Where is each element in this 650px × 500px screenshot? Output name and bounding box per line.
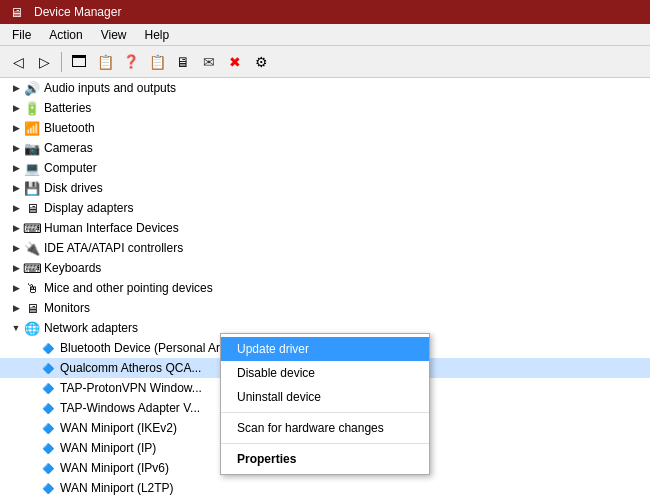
toolbar-divider-1 (61, 52, 62, 72)
tree-item-audio[interactable]: 🔊Audio inputs and outputs (0, 78, 650, 98)
icon-bluetooth: 📶 (24, 120, 40, 136)
toolbar: ◁ ▷ 🗖 📋 ❓ 📋 🖥 ✉ ✖ ⚙ (0, 46, 650, 78)
icon-keyboards: ⌨ (24, 260, 40, 276)
expand-arrow-bluetooth[interactable] (8, 120, 24, 136)
tree-item-cameras[interactable]: 📷Cameras (0, 138, 650, 158)
icon-tap-win: 🔷 (40, 400, 56, 416)
expand-arrow-ide[interactable] (8, 240, 24, 256)
tree-item-display[interactable]: 🖥Display adapters (0, 198, 650, 218)
label-diskdrives: Disk drives (44, 181, 103, 195)
main-content: 🔊Audio inputs and outputs🔋Batteries📶Blue… (0, 78, 650, 500)
ctx-disable-device[interactable]: Disable device (221, 361, 429, 385)
label-wan-ip: WAN Miniport (IP) (60, 441, 156, 455)
label-computer: Computer (44, 161, 97, 175)
toolbar-add[interactable]: ✉ (197, 50, 221, 74)
icon-wan-ip: 🔷 (40, 440, 56, 456)
label-batteries: Batteries (44, 101, 91, 115)
label-wan-l2tp: WAN Miniport (L2TP) (60, 481, 174, 495)
tree-item-bluetooth[interactable]: 📶Bluetooth (0, 118, 650, 138)
icon-cameras: 📷 (24, 140, 40, 156)
label-networkadapters: Network adapters (44, 321, 138, 335)
menu-action[interactable]: Action (41, 26, 90, 44)
ctx-separator-2 (221, 443, 429, 444)
label-bluetooth: Bluetooth (44, 121, 95, 135)
icon-monitors: 🖥 (24, 300, 40, 316)
expand-arrow-mice[interactable] (8, 280, 24, 296)
toolbar-display[interactable]: 🖥 (171, 50, 195, 74)
expand-arrow-networkadapters[interactable] (8, 320, 24, 336)
label-keyboards: Keyboards (44, 261, 101, 275)
label-ide: IDE ATA/ATAPI controllers (44, 241, 183, 255)
icon-wan-l2tp: 🔷 (40, 480, 56, 496)
tree-item-mice[interactable]: 🖱Mice and other pointing devices (0, 278, 650, 298)
icon-qualcomm: 🔷 (40, 360, 56, 376)
label-wan-ipv6: WAN Miniport (IPv6) (60, 461, 169, 475)
expand-arrow-computer[interactable] (8, 160, 24, 176)
ctx-scan-hardware[interactable]: Scan for hardware changes (221, 416, 429, 440)
menu-help[interactable]: Help (137, 26, 178, 44)
tree-item-hid[interactable]: ⌨Human Interface Devices (0, 218, 650, 238)
toolbar-update-driver[interactable]: 📋 (93, 50, 117, 74)
icon-mice: 🖱 (24, 280, 40, 296)
tree-item-computer[interactable]: 💻Computer (0, 158, 650, 178)
context-menu: Update driver Disable device Uninstall d… (220, 333, 430, 475)
ctx-uninstall-device[interactable]: Uninstall device (221, 385, 429, 409)
menu-file[interactable]: File (4, 26, 39, 44)
icon-display: 🖥 (24, 200, 40, 216)
menu-bar: File Action View Help (0, 24, 650, 46)
icon-wan-ipv6: 🔷 (40, 460, 56, 476)
toolbar-uninstall[interactable]: ✖ (223, 50, 247, 74)
expand-arrow-audio[interactable] (8, 80, 24, 96)
toolbar-back[interactable]: ◁ (6, 50, 30, 74)
window-title: Device Manager (34, 5, 121, 19)
app-icon: 🖥 (8, 4, 24, 20)
label-cameras: Cameras (44, 141, 93, 155)
label-tap-proton: TAP-ProtonVPN Window... (60, 381, 202, 395)
expand-arrow-batteries[interactable] (8, 100, 24, 116)
icon-tap-proton: 🔷 (40, 380, 56, 396)
icon-ide: 🔌 (24, 240, 40, 256)
tree-item-keyboards[interactable]: ⌨Keyboards (0, 258, 650, 278)
icon-wan-ikev2: 🔷 (40, 420, 56, 436)
label-tap-win: TAP-Windows Adapter V... (60, 401, 200, 415)
expand-arrow-cameras[interactable] (8, 140, 24, 156)
tree-item-diskdrives[interactable]: 💾Disk drives (0, 178, 650, 198)
expand-arrow-diskdrives[interactable] (8, 180, 24, 196)
tree-item-monitors[interactable]: 🖥Monitors (0, 298, 650, 318)
tree-item-batteries[interactable]: 🔋Batteries (0, 98, 650, 118)
toolbar-help[interactable]: ❓ (119, 50, 143, 74)
label-display: Display adapters (44, 201, 133, 215)
tree-item-ide[interactable]: 🔌IDE ATA/ATAPI controllers (0, 238, 650, 258)
toolbar-forward[interactable]: ▷ (32, 50, 56, 74)
expand-arrow-display[interactable] (8, 200, 24, 216)
label-monitors: Monitors (44, 301, 90, 315)
expand-arrow-monitors[interactable] (8, 300, 24, 316)
icon-batteries: 🔋 (24, 100, 40, 116)
ctx-update-driver[interactable]: Update driver (221, 337, 429, 361)
title-bar: 🖥 Device Manager (0, 0, 650, 24)
toolbar-settings[interactable]: ⚙ (249, 50, 273, 74)
toolbar-properties[interactable]: 🗖 (67, 50, 91, 74)
ctx-separator-1 (221, 412, 429, 413)
icon-computer: 💻 (24, 160, 40, 176)
label-qualcomm: Qualcomm Atheros QCA... (60, 361, 201, 375)
icon-networkadapters: 🌐 (24, 320, 40, 336)
label-mice: Mice and other pointing devices (44, 281, 213, 295)
icon-hid: ⌨ (24, 220, 40, 236)
icon-diskdrives: 💾 (24, 180, 40, 196)
label-hid: Human Interface Devices (44, 221, 179, 235)
label-audio: Audio inputs and outputs (44, 81, 176, 95)
toolbar-scan[interactable]: 📋 (145, 50, 169, 74)
ctx-properties[interactable]: Properties (221, 447, 429, 471)
tree-item-wan-l2tp[interactable]: 🔷WAN Miniport (L2TP) (0, 478, 650, 498)
label-wan-ikev2: WAN Miniport (IKEv2) (60, 421, 177, 435)
icon-bt-pan: 🔷 (40, 340, 56, 356)
menu-view[interactable]: View (93, 26, 135, 44)
icon-audio: 🔊 (24, 80, 40, 96)
